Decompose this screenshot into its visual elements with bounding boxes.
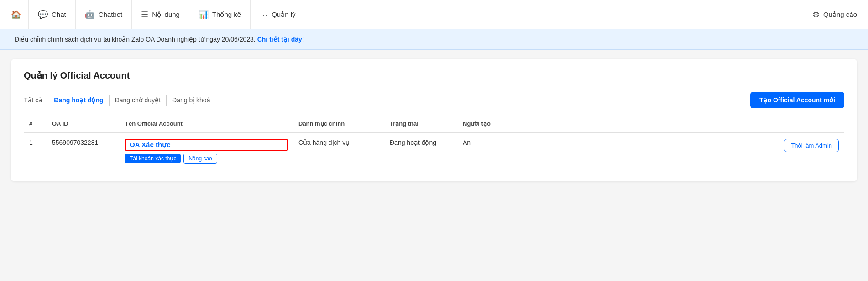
cell-creator: An bbox=[457, 132, 512, 170]
nav-quangcao[interactable]: ⚙ Quảng cáo bbox=[812, 10, 857, 20]
tab-dangbikoa[interactable]: Đang bị khoá bbox=[167, 95, 215, 106]
banner-text: Điều chỉnh chính sách dịch vụ tài khoản … bbox=[15, 36, 256, 43]
cell-action: Thôi làm Admin bbox=[512, 132, 844, 170]
filter-tabs: Tất cả Đang hoạt động Đang chờ duyệt Đan… bbox=[24, 95, 215, 106]
tab-tatca[interactable]: Tất cả bbox=[24, 95, 48, 106]
announcement-banner: Điều chỉnh chính sách dịch vụ tài khoản … bbox=[0, 29, 868, 50]
col-header-name: Tên Official Account bbox=[120, 116, 293, 132]
oa-table: # OA ID Tên Official Account Danh mục ch… bbox=[24, 116, 844, 170]
oa-badges: Tài khoản xác thực Nâng cao bbox=[125, 154, 288, 164]
nav-thongke[interactable]: 📊 Thống kê bbox=[189, 0, 251, 29]
chatbot-icon: 🤖 bbox=[85, 10, 95, 20]
col-header-oaid: OA ID bbox=[47, 116, 120, 132]
nav-chatbot[interactable]: 🤖 Chatbot bbox=[76, 0, 132, 29]
nav-chatbot-label: Chatbot bbox=[99, 11, 123, 18]
quanly-icon: ⋯ bbox=[260, 10, 268, 20]
nav-quangcao-label: Quảng cáo bbox=[823, 11, 857, 19]
col-header-category: Danh mục chính bbox=[293, 116, 384, 132]
quangcao-icon: ⚙ bbox=[812, 10, 820, 20]
thoi-lam-admin-button[interactable]: Thôi làm Admin bbox=[784, 139, 839, 152]
nav-home[interactable]: 🏠 bbox=[11, 0, 29, 29]
oa-name-text: OA Xác thực bbox=[125, 139, 288, 151]
cell-status: Đang hoạt động bbox=[384, 132, 457, 170]
cell-oaid: 5569097032281 bbox=[47, 132, 120, 170]
nav-noidung-label: Nội dung bbox=[152, 11, 180, 19]
tab-danghoatdong[interactable]: Đang hoạt động bbox=[48, 95, 109, 106]
badge-premium: Nâng cao bbox=[183, 154, 217, 164]
col-header-creator: Người tạo bbox=[457, 116, 512, 132]
home-icon: 🏠 bbox=[11, 10, 21, 20]
col-header-action bbox=[512, 116, 844, 132]
cell-category: Cửa hàng dịch vụ bbox=[293, 132, 384, 170]
nav-left: 🏠 💬 Chat 🤖 Chatbot ☰ Nội dung 📊 Thống kê… bbox=[11, 0, 812, 29]
nav-noidung[interactable]: ☰ Nội dung bbox=[132, 0, 189, 29]
table-row: 1 5569097032281 OA Xác thực Tài khoản xá… bbox=[24, 132, 844, 170]
create-oa-button[interactable]: Tạo Official Account mới bbox=[750, 92, 844, 108]
main-content: Quản lý Official Account Tất cả Đang hoạ… bbox=[11, 59, 857, 181]
cell-index: 1 bbox=[24, 132, 47, 170]
navbar: 🏠 💬 Chat 🤖 Chatbot ☰ Nội dung 📊 Thống kê… bbox=[0, 0, 868, 29]
col-header-status: Trạng thái bbox=[384, 116, 457, 132]
cell-oa-name: OA Xác thực Tài khoản xác thực Nâng cao bbox=[120, 132, 293, 170]
page-title: Quản lý Official Account bbox=[24, 70, 844, 81]
col-header-index: # bbox=[24, 116, 47, 132]
nav-chat[interactable]: 💬 Chat bbox=[29, 0, 76, 29]
noidung-icon: ☰ bbox=[141, 10, 148, 20]
nav-quanly-label: Quản lý bbox=[272, 11, 295, 19]
chat-icon: 💬 bbox=[38, 10, 48, 20]
tab-dangchoduyet[interactable]: Đang chờ duyệt bbox=[110, 95, 167, 106]
nav-thongke-label: Thống kê bbox=[212, 11, 241, 19]
thongke-icon: 📊 bbox=[199, 10, 209, 20]
oa-name-container: OA Xác thực Tài khoản xác thực Nâng cao bbox=[125, 139, 288, 164]
tabs-row: Tất cả Đang hoạt động Đang chờ duyệt Đan… bbox=[24, 92, 844, 108]
nav-quanly[interactable]: ⋯ Quản lý bbox=[251, 0, 305, 29]
nav-chat-label: Chat bbox=[52, 11, 66, 18]
banner-link[interactable]: Chi tiết tại đây! bbox=[257, 36, 304, 43]
badge-verified: Tài khoản xác thực bbox=[125, 154, 181, 163]
table-header-row: # OA ID Tên Official Account Danh mục ch… bbox=[24, 116, 844, 132]
